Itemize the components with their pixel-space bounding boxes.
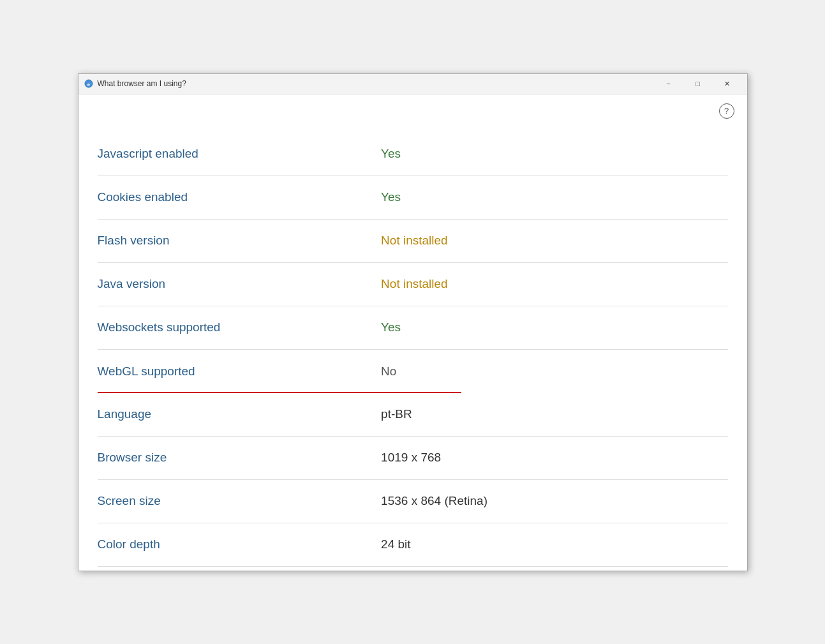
row-value: Yes (381, 180, 727, 214)
table-row: Javascript enabledYes (98, 133, 728, 176)
table-row: Cookies enabledYes (98, 176, 728, 220)
title-bar: e What browser am I using? − □ ✕ (78, 74, 747, 94)
row-value: No (381, 354, 727, 389)
row-value: Not installed (381, 267, 727, 301)
table-row: Websockets supportedYes (98, 306, 728, 350)
row-value: pt-BR (381, 397, 727, 431)
svg-text:e: e (87, 82, 90, 87)
row-value: Yes (381, 137, 727, 171)
table-row: Languagept-BR (98, 393, 728, 437)
table-row: Color depth24 bit (98, 523, 728, 567)
row-label: Browser size (98, 440, 382, 475)
row-label: Java version (98, 267, 382, 301)
row-label: Cookies enabled (98, 180, 382, 214)
browser-info-window: e What browser am I using? − □ ✕ ? Javas… (78, 73, 748, 571)
content-area: ? Javascript enabledYesCookies enabledYe… (78, 94, 747, 571)
window-title: What browser am I using? (98, 79, 654, 88)
table-row: Flash versionNot installed (98, 220, 728, 263)
row-value: 1536 x 864 (Retina) (381, 484, 727, 518)
row-label: Websockets supported (98, 310, 382, 345)
help-icon[interactable]: ? (719, 103, 734, 119)
window-controls: − □ ✕ (654, 73, 742, 94)
row-label: Screen size (98, 484, 382, 518)
row-value: 1019 x 768 (381, 440, 727, 475)
row-label: Javascript enabled (98, 137, 382, 171)
row-label: WebGL supported (98, 354, 382, 389)
row-value: Not installed (381, 223, 727, 258)
table-row: WebGL supportedNo (98, 350, 728, 393)
row-label: Language (98, 397, 382, 431)
row-value: Yes (381, 310, 727, 345)
app-icon: e (84, 79, 94, 89)
table-row: Java versionNot installed (98, 263, 728, 306)
close-button[interactable]: ✕ (713, 73, 742, 94)
table-row: Screen size1536 x 864 (Retina) (98, 480, 728, 523)
row-label: Flash version (98, 223, 382, 258)
row-label: Color depth (98, 527, 382, 562)
minimize-button[interactable]: − (654, 73, 683, 94)
info-table: Javascript enabledYesCookies enabledYesF… (78, 126, 747, 571)
table-row: Browser size1019 x 768 (98, 437, 728, 480)
row-value: 24 bit (381, 527, 727, 562)
table-row: AdBlock enabledNo (98, 567, 728, 571)
maximize-button[interactable]: □ (683, 73, 713, 94)
